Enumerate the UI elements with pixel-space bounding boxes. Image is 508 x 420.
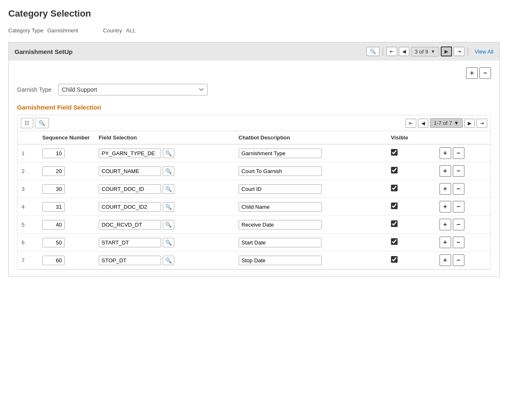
seq-cell-7 xyxy=(38,252,95,269)
action-cell-7: + − xyxy=(435,252,491,269)
visible-cell-7 xyxy=(387,252,435,269)
add-row-button-2[interactable]: + xyxy=(440,165,451,177)
field-input-5[interactable] xyxy=(99,220,161,230)
field-input-6[interactable] xyxy=(99,238,161,247)
desc-input-4[interactable] xyxy=(239,202,322,212)
field-cell-5: 🔍 xyxy=(95,216,234,234)
visible-checkbox-5[interactable] xyxy=(391,220,398,227)
add-row-button-5[interactable]: + xyxy=(440,219,451,230)
card-body: + − Garnish Type Child Support Garnishme… xyxy=(9,61,499,276)
field-input-3[interactable] xyxy=(99,184,161,194)
add-row-button-3[interactable]: + xyxy=(440,183,451,195)
grid-page-info: 1-7 of 7 ▼ xyxy=(430,118,463,128)
field-search-icon-3[interactable]: 🔍 xyxy=(163,184,174,194)
desc-input-2[interactable] xyxy=(239,166,322,176)
table-row: 3 🔍 + − xyxy=(17,180,491,198)
field-input-7[interactable] xyxy=(99,256,161,265)
field-search-icon-2[interactable]: 🔍 xyxy=(163,166,174,176)
col-visible: Visible xyxy=(387,131,435,144)
country-label: Country xyxy=(103,27,122,34)
desc-input-6[interactable] xyxy=(239,238,322,247)
grid-next-button[interactable]: ▶ xyxy=(464,119,475,128)
grid-view-button[interactable]: ☷ xyxy=(21,118,33,128)
visible-checkbox-1[interactable] xyxy=(391,149,398,156)
visible-cell-6 xyxy=(387,234,435,252)
separator1 xyxy=(383,47,383,56)
field-input-1[interactable] xyxy=(99,149,161,158)
visible-cell-3 xyxy=(387,180,435,198)
field-search-icon-7[interactable]: 🔍 xyxy=(163,256,174,265)
seq-input-5[interactable] xyxy=(42,220,65,230)
field-input-4[interactable] xyxy=(99,202,161,212)
table-row: 5 🔍 + − xyxy=(17,216,491,234)
visible-checkbox-3[interactable] xyxy=(391,185,398,191)
garnish-type-row: Garnish Type Child Support xyxy=(17,84,491,95)
country-meta: Country ALL xyxy=(103,27,135,34)
garnishment-setup-card: Garnishment SetUp 🔍 ⇤ ◀ 3 of 9 ▼ ▶ ⇥ Vie… xyxy=(8,42,500,277)
desc-input-3[interactable] xyxy=(239,184,322,194)
remove-row-button-3[interactable]: − xyxy=(453,183,464,195)
desc-input-5[interactable] xyxy=(239,220,322,230)
remove-row-button-4[interactable]: − xyxy=(453,201,464,212)
visible-checkbox-2[interactable] xyxy=(391,167,398,173)
garnish-type-select[interactable]: Child Support xyxy=(58,84,208,95)
visible-checkbox-7[interactable] xyxy=(391,256,398,263)
desc-input-1[interactable] xyxy=(239,149,322,158)
add-row-button-7[interactable]: + xyxy=(440,254,451,266)
seq-input-4[interactable] xyxy=(42,202,65,212)
grid-last-button[interactable]: ⇥ xyxy=(476,119,487,128)
page-info: 3 of 9 ▼ xyxy=(411,47,439,56)
seq-input-2[interactable] xyxy=(42,166,65,176)
desc-input-7[interactable] xyxy=(239,256,322,265)
seq-cell-6 xyxy=(38,234,95,252)
remove-row-button-6[interactable]: − xyxy=(453,237,464,248)
search-button[interactable]: 🔍 xyxy=(366,47,379,56)
visible-checkbox-4[interactable] xyxy=(391,203,398,209)
prev-page-button[interactable]: ◀ xyxy=(399,47,409,56)
add-row-button-4[interactable]: + xyxy=(440,201,451,212)
desc-cell-4 xyxy=(234,198,387,216)
field-input-2[interactable] xyxy=(99,166,161,176)
field-search-icon-1[interactable]: 🔍 xyxy=(163,149,174,158)
seq-input-1[interactable] xyxy=(42,149,65,158)
next-page-button[interactable]: ▶ xyxy=(441,46,452,56)
remove-row-button-2[interactable]: − xyxy=(453,165,464,177)
add-top-button[interactable]: + xyxy=(466,67,478,79)
action-cell-4: + − xyxy=(435,198,491,216)
remove-row-button-1[interactable]: − xyxy=(453,147,464,159)
first-page-button[interactable]: ⇤ xyxy=(386,47,397,56)
remove-row-button-5[interactable]: − xyxy=(453,219,464,230)
visible-checkbox-6[interactable] xyxy=(391,238,398,245)
field-search-icon-4[interactable]: 🔍 xyxy=(163,202,174,212)
country-value: ALL xyxy=(126,27,136,34)
seq-input-7[interactable] xyxy=(42,256,65,265)
grid-search-button[interactable]: 🔍 xyxy=(35,118,49,128)
table-body: 1 🔍 + − 2 xyxy=(17,144,491,269)
last-page-button[interactable]: ⇥ xyxy=(454,47,464,56)
field-search-icon-6[interactable]: 🔍 xyxy=(163,238,174,247)
category-type-meta: Category Type Garnishment xyxy=(8,27,78,34)
grid-chevron-icon: ▼ xyxy=(454,120,459,126)
add-row-button-6[interactable]: + xyxy=(440,237,451,248)
seq-cell-4 xyxy=(38,198,95,216)
seq-input-3[interactable] xyxy=(42,184,65,194)
view-all-link[interactable]: View All xyxy=(475,49,493,55)
add-row-button-1[interactable]: + xyxy=(440,147,451,159)
seq-input-6[interactable] xyxy=(42,238,65,247)
garnish-type-label: Garnish Type xyxy=(17,86,51,93)
category-type-label: Category Type xyxy=(8,27,43,34)
seq-cell-2 xyxy=(38,162,95,180)
action-cell-6: + − xyxy=(435,234,491,252)
desc-cell-2 xyxy=(234,162,387,180)
section-title: Garnishment Field Selection xyxy=(17,104,491,111)
seq-cell-5 xyxy=(38,216,95,234)
grid-first-button[interactable]: ⇤ xyxy=(405,119,416,128)
grid-toolbar: ☷ 🔍 ⇤ ◀ 1-7 of 7 ▼ ▶ ⇥ xyxy=(17,115,491,131)
table-row: 1 🔍 + − xyxy=(17,144,491,162)
field-cell-3: 🔍 xyxy=(95,180,234,198)
field-search-icon-5[interactable]: 🔍 xyxy=(163,220,174,230)
remove-top-button[interactable]: − xyxy=(479,67,491,79)
field-cell-6: 🔍 xyxy=(95,234,234,252)
grid-prev-button[interactable]: ◀ xyxy=(418,119,428,128)
remove-row-button-7[interactable]: − xyxy=(453,254,464,266)
